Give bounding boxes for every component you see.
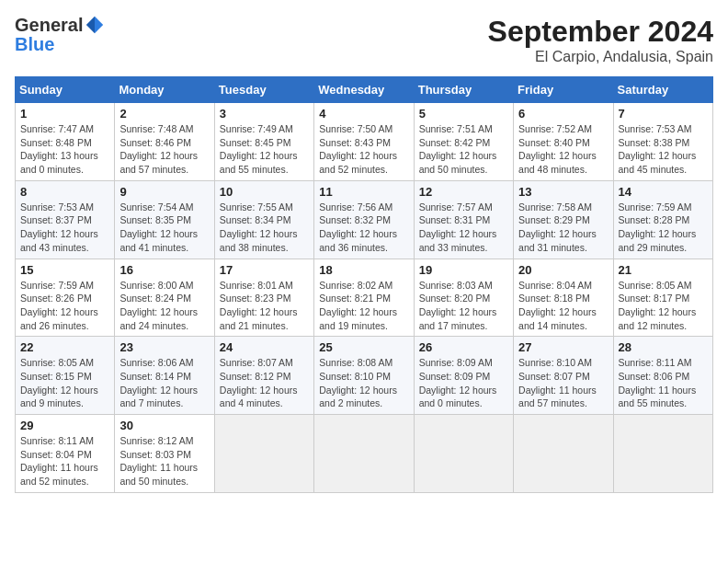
calendar-cell: 15 Sunrise: 7:59 AMSunset: 8:26 PMDaylig… xyxy=(16,259,115,337)
day-detail: Sunrise: 8:11 AMSunset: 8:06 PMDaylight:… xyxy=(619,357,697,408)
day-number: 26 xyxy=(419,340,508,354)
calendar-cell xyxy=(214,415,313,493)
calendar-week-row: 1 Sunrise: 7:47 AMSunset: 8:48 PMDayligh… xyxy=(16,103,713,181)
day-detail: Sunrise: 8:09 AMSunset: 8:09 PMDaylight:… xyxy=(419,357,497,408)
day-number: 16 xyxy=(119,263,209,277)
day-detail: Sunrise: 7:50 AMSunset: 8:43 PMDaylight:… xyxy=(319,123,397,175)
calendar-cell: 26 Sunrise: 8:09 AMSunset: 8:09 PMDaylig… xyxy=(414,337,513,415)
calendar-cell: 3 Sunrise: 7:49 AMSunset: 8:45 PMDayligh… xyxy=(214,103,313,181)
calendar-cell: 17 Sunrise: 8:01 AMSunset: 8:23 PMDaylig… xyxy=(214,259,313,337)
calendar-cell: 29 Sunrise: 8:11 AMSunset: 8:04 PMDaylig… xyxy=(16,415,115,493)
calendar-cell: 1 Sunrise: 7:47 AMSunset: 8:48 PMDayligh… xyxy=(16,103,115,181)
calendar-week-row: 29 Sunrise: 8:11 AMSunset: 8:04 PMDaylig… xyxy=(16,415,713,493)
calendar-week-row: 22 Sunrise: 8:05 AMSunset: 8:15 PMDaylig… xyxy=(16,337,713,415)
day-number: 25 xyxy=(319,340,408,354)
day-number: 24 xyxy=(220,340,309,354)
day-number: 15 xyxy=(20,263,109,277)
logo: General Blue xyxy=(15,15,105,53)
calendar-cell: 28 Sunrise: 8:11 AMSunset: 8:06 PMDaylig… xyxy=(613,337,712,415)
day-detail: Sunrise: 8:05 AMSunset: 8:17 PMDaylight:… xyxy=(619,280,697,331)
month-title: September 2024 xyxy=(488,15,713,49)
calendar-cell: 9 Sunrise: 7:54 AMSunset: 8:35 PMDayligh… xyxy=(115,180,214,259)
day-detail: Sunrise: 8:08 AMSunset: 8:10 PMDaylight:… xyxy=(319,357,397,408)
calendar-cell: 5 Sunrise: 7:51 AMSunset: 8:42 PMDayligh… xyxy=(414,103,513,181)
weekday-header-row: SundayMondayTuesdayWednesdayThursdayFrid… xyxy=(16,77,713,103)
weekday-header-wednesday: Wednesday xyxy=(314,77,414,103)
day-detail: Sunrise: 7:56 AMSunset: 8:32 PMDaylight:… xyxy=(319,201,397,253)
day-detail: Sunrise: 8:04 AMSunset: 8:18 PMDaylight:… xyxy=(518,280,597,331)
day-number: 23 xyxy=(119,340,209,354)
day-detail: Sunrise: 7:59 AMSunset: 8:28 PMDaylight:… xyxy=(619,201,697,253)
day-detail: Sunrise: 8:00 AMSunset: 8:24 PMDaylight:… xyxy=(119,280,198,331)
calendar-table: SundayMondayTuesdayWednesdayThursdayFrid… xyxy=(15,76,713,493)
day-number: 27 xyxy=(518,340,608,354)
calendar-cell: 22 Sunrise: 8:05 AMSunset: 8:15 PMDaylig… xyxy=(16,337,115,415)
logo-blue: Blue xyxy=(15,35,54,53)
day-number: 14 xyxy=(619,185,708,199)
day-number: 6 xyxy=(518,107,608,121)
day-number: 29 xyxy=(20,419,109,432)
day-detail: Sunrise: 7:53 AMSunset: 8:38 PMDaylight:… xyxy=(619,123,697,175)
calendar-cell: 14 Sunrise: 7:59 AMSunset: 8:28 PMDaylig… xyxy=(613,180,712,259)
day-number: 13 xyxy=(518,185,608,199)
logo-icon xyxy=(85,15,105,35)
calendar-cell: 6 Sunrise: 7:52 AMSunset: 8:40 PMDayligh… xyxy=(514,103,613,181)
day-detail: Sunrise: 8:06 AMSunset: 8:14 PMDaylight:… xyxy=(119,357,198,408)
logo-general: General xyxy=(15,16,83,34)
svg-marker-0 xyxy=(95,17,103,33)
day-number: 18 xyxy=(319,263,408,277)
calendar-cell: 24 Sunrise: 8:07 AMSunset: 8:12 PMDaylig… xyxy=(214,337,313,415)
day-detail: Sunrise: 7:49 AMSunset: 8:45 PMDaylight:… xyxy=(220,123,298,175)
day-number: 1 xyxy=(20,107,109,121)
day-detail: Sunrise: 8:05 AMSunset: 8:15 PMDaylight:… xyxy=(20,357,98,408)
page-header: General Blue September 2024 El Carpio, A… xyxy=(15,15,713,65)
calendar-cell xyxy=(314,415,414,493)
calendar-cell xyxy=(414,415,513,493)
day-detail: Sunrise: 7:52 AMSunset: 8:40 PMDaylight:… xyxy=(518,123,597,175)
day-number: 11 xyxy=(319,185,408,199)
day-detail: Sunrise: 7:48 AMSunset: 8:46 PMDaylight:… xyxy=(119,123,198,175)
calendar-cell: 27 Sunrise: 8:10 AMSunset: 8:07 PMDaylig… xyxy=(514,337,613,415)
day-number: 19 xyxy=(419,263,508,277)
calendar-cell: 13 Sunrise: 7:58 AMSunset: 8:29 PMDaylig… xyxy=(514,180,613,259)
day-detail: Sunrise: 8:02 AMSunset: 8:21 PMDaylight:… xyxy=(319,280,397,331)
calendar-cell: 19 Sunrise: 8:03 AMSunset: 8:20 PMDaylig… xyxy=(414,259,513,337)
day-number: 2 xyxy=(119,107,209,121)
day-detail: Sunrise: 7:57 AMSunset: 8:31 PMDaylight:… xyxy=(419,201,497,253)
day-number: 22 xyxy=(20,340,109,354)
calendar-cell: 23 Sunrise: 8:06 AMSunset: 8:14 PMDaylig… xyxy=(115,337,214,415)
weekday-header-thursday: Thursday xyxy=(414,77,513,103)
day-number: 4 xyxy=(319,107,408,121)
day-detail: Sunrise: 7:59 AMSunset: 8:26 PMDaylight:… xyxy=(20,280,98,331)
day-detail: Sunrise: 8:07 AMSunset: 8:12 PMDaylight:… xyxy=(220,357,298,408)
day-detail: Sunrise: 7:58 AMSunset: 8:29 PMDaylight:… xyxy=(518,201,597,253)
calendar-cell: 11 Sunrise: 7:56 AMSunset: 8:32 PMDaylig… xyxy=(314,180,414,259)
day-number: 20 xyxy=(518,263,608,277)
calendar-cell: 12 Sunrise: 7:57 AMSunset: 8:31 PMDaylig… xyxy=(414,180,513,259)
day-detail: Sunrise: 7:55 AMSunset: 8:34 PMDaylight:… xyxy=(220,201,298,253)
location-title: El Carpio, Andalusia, Spain xyxy=(488,49,713,65)
title-section: September 2024 El Carpio, Andalusia, Spa… xyxy=(488,15,713,65)
day-detail: Sunrise: 7:51 AMSunset: 8:42 PMDaylight:… xyxy=(419,123,497,175)
calendar-cell: 10 Sunrise: 7:55 AMSunset: 8:34 PMDaylig… xyxy=(214,180,313,259)
day-number: 7 xyxy=(619,107,708,121)
svg-marker-1 xyxy=(86,17,95,33)
day-number: 10 xyxy=(220,185,309,199)
day-detail: Sunrise: 7:53 AMSunset: 8:37 PMDaylight:… xyxy=(20,201,98,253)
day-detail: Sunrise: 8:11 AMSunset: 8:04 PMDaylight:… xyxy=(20,435,98,487)
weekday-header-friday: Friday xyxy=(514,77,613,103)
day-detail: Sunrise: 8:03 AMSunset: 8:20 PMDaylight:… xyxy=(419,280,497,331)
day-detail: Sunrise: 7:47 AMSunset: 8:48 PMDaylight:… xyxy=(20,123,98,175)
day-detail: Sunrise: 8:10 AMSunset: 8:07 PMDaylight:… xyxy=(518,357,597,408)
calendar-cell: 16 Sunrise: 8:00 AMSunset: 8:24 PMDaylig… xyxy=(115,259,214,337)
calendar-cell: 18 Sunrise: 8:02 AMSunset: 8:21 PMDaylig… xyxy=(314,259,414,337)
calendar-cell: 25 Sunrise: 8:08 AMSunset: 8:10 PMDaylig… xyxy=(314,337,414,415)
day-detail: Sunrise: 7:54 AMSunset: 8:35 PMDaylight:… xyxy=(119,201,198,253)
calendar-cell: 2 Sunrise: 7:48 AMSunset: 8:46 PMDayligh… xyxy=(115,103,214,181)
day-detail: Sunrise: 8:12 AMSunset: 8:03 PMDaylight:… xyxy=(119,435,198,487)
day-number: 9 xyxy=(119,185,209,199)
day-detail: Sunrise: 8:01 AMSunset: 8:23 PMDaylight:… xyxy=(220,280,298,331)
day-number: 17 xyxy=(220,263,309,277)
calendar-cell: 4 Sunrise: 7:50 AMSunset: 8:43 PMDayligh… xyxy=(314,103,414,181)
calendar-cell xyxy=(514,415,613,493)
